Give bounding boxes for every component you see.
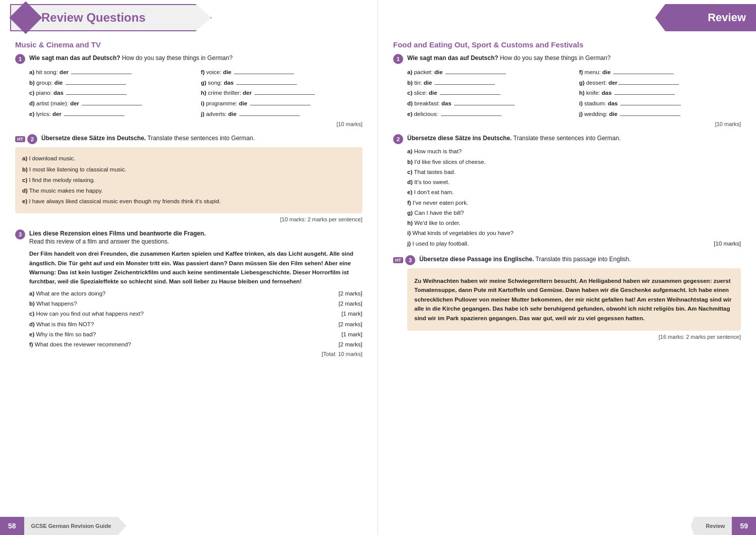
right-header-banner: Review bbox=[655, 4, 756, 31]
q1-item-j: j) adverts: die bbox=[201, 109, 363, 120]
footer-title-left: GCSE German Revision Guide bbox=[24, 517, 127, 535]
q2-number: 2 bbox=[27, 134, 37, 144]
q1-marks: [10 marks] bbox=[15, 121, 362, 127]
q3-item-b: b) What happens?[2 marks] bbox=[29, 300, 362, 308]
left-content: Music & Cinema and TV 1 Wie sagt man das… bbox=[0, 35, 377, 369]
rq3-marks: [16 marks: 2 marks per sentence] bbox=[393, 334, 741, 340]
rq2-item-f: f) I've never eaten pork. bbox=[407, 199, 741, 207]
rq2-item-a: a) How much is that? bbox=[407, 147, 741, 156]
footer-page-num-left: 58 bbox=[0, 517, 24, 535]
left-footer: 58 GCSE German Revision Guide bbox=[0, 517, 377, 535]
rq2-item-j: j) I used to play football.[10 marks] bbox=[407, 240, 741, 248]
q1-number: 1 bbox=[15, 54, 25, 64]
q3-number: 3 bbox=[15, 229, 25, 240]
footer-page-num-right: 59 bbox=[732, 517, 756, 535]
rq3-number: 3 bbox=[405, 255, 415, 265]
rq2-item-h: h) We'd like to order. bbox=[407, 219, 741, 227]
rq2-item-b: b) I'd like five slices of cheese. bbox=[407, 158, 741, 166]
q3-total-marks: [Total: 10 marks] bbox=[15, 351, 362, 357]
right-header-review: Review bbox=[708, 11, 746, 24]
rq1-right-col: f) menu: die g) dessert: der h) knife: d… bbox=[579, 67, 741, 119]
right-q3: HT 3 Übersetze diese Passage ins Englisc… bbox=[393, 255, 741, 340]
rq3-text: Übersetze diese Passage ins Englische. T… bbox=[419, 255, 631, 264]
rq1-item-h: h) knife: das bbox=[579, 88, 741, 98]
q1-item-h: h) crime thriller: der bbox=[201, 88, 363, 98]
page-container: Review Questions Music & Cinema and TV 1… bbox=[0, 0, 756, 535]
rq1-item-b: b) tin: die bbox=[407, 78, 569, 88]
q2-text: Übersetze diese Sätze ins Deutsche. Tran… bbox=[41, 134, 255, 143]
right-footer: Review 59 bbox=[378, 517, 756, 535]
q2-item-d: d) The music makes me happy. bbox=[22, 187, 355, 195]
rq2-item-c: c) That tastes bad. bbox=[407, 168, 741, 176]
right-section-header: Food and Eating Out, Sport & Customs and… bbox=[393, 40, 741, 49]
q2-highlight: a) I download music. b) I most like list… bbox=[15, 147, 362, 213]
right-content: Food and Eating Out, Sport & Customs and… bbox=[378, 35, 756, 352]
page-title: Review Questions bbox=[41, 11, 146, 25]
right-page: Review Food and Eating Out, Sport & Cust… bbox=[378, 0, 756, 535]
q1-item-e: e) lyrics: der bbox=[29, 109, 191, 120]
q2-item-c: c) I find the melody relaxing. bbox=[22, 176, 355, 185]
rq2-number: 2 bbox=[393, 134, 403, 144]
q3-item-d: d) What is this film NOT?[2 marks] bbox=[29, 320, 362, 329]
rq2-item-e: e) I don't eat ham. bbox=[407, 188, 741, 197]
q3-item-a: a) What are the actors doing?[2 marks] bbox=[29, 289, 362, 298]
rq3-german-para: Zu Weihnachten haben wir meine Schwieger… bbox=[414, 276, 734, 323]
left-q2: HT 2 Übersetze diese Sätze ins Deutsche.… bbox=[15, 134, 362, 222]
left-page: Review Questions Music & Cinema and TV 1… bbox=[0, 0, 378, 535]
rq1-item-e: e) delicious: bbox=[407, 109, 569, 120]
q3-german-para: Der Film handelt von drei Freunden, die … bbox=[29, 249, 362, 286]
q1-text: Wie sagt man das auf Deutsch? How do you… bbox=[29, 54, 232, 63]
q1-fill-table: a) hit song: der b) group: die c) piano:… bbox=[29, 67, 362, 119]
q1-item-c: c) piano: das bbox=[29, 88, 191, 98]
rq1-item-g: g) dessert: der bbox=[579, 78, 741, 88]
q2-ht-badge: HT bbox=[15, 136, 25, 142]
q1-item-a: a) hit song: der bbox=[29, 67, 191, 78]
q3-item-c: c) How can you find out what happens nex… bbox=[29, 310, 362, 318]
q1-left-col: a) hit song: der b) group: die c) piano:… bbox=[29, 67, 191, 119]
q3-text: Lies diese Rezension eines Films und bea… bbox=[29, 229, 206, 247]
left-header: Review Questions bbox=[0, 0, 377, 35]
left-section-header: Music & Cinema and TV bbox=[15, 40, 362, 49]
q1-item-i: i) programme: die bbox=[201, 98, 363, 109]
q2-item-a: a) I download music. bbox=[22, 154, 355, 163]
q3-german-para-wrapper: Der Film handelt von drei Freunden, die … bbox=[29, 249, 362, 286]
rq1-fill-table: a) packet: die b) tin: die c) slice: die… bbox=[407, 67, 741, 119]
q1-item-g: g) song: das bbox=[201, 78, 363, 88]
right-header: Review bbox=[378, 0, 756, 35]
rq2-item-d: d) It's too sweet. bbox=[407, 178, 741, 187]
rq1-text: Wie sagt man das auf Deutsch? How do you… bbox=[407, 54, 610, 63]
q3-item-e: e) Why is the film so bad?[1 mark] bbox=[29, 330, 362, 339]
rq2-item-i: i) What kinds of vegetables do you have? bbox=[407, 229, 741, 237]
rq2-item-g: g) Can I have the bill? bbox=[407, 209, 741, 217]
q1-item-f: f) voice: die bbox=[201, 67, 363, 78]
rq1-left-col: a) packet: die b) tin: die c) slice: die… bbox=[407, 67, 569, 119]
q2-item-e: e) I have always liked classical music e… bbox=[22, 197, 355, 206]
rq1-item-f: f) menu: die bbox=[579, 67, 741, 78]
q3-sub-items: a) What are the actors doing?[2 marks] b… bbox=[29, 289, 362, 349]
q2-item-b: b) I most like listening to classical mu… bbox=[22, 165, 355, 174]
rq1-item-c: c) slice: die bbox=[407, 88, 569, 98]
q1-item-b: b) group: die bbox=[29, 78, 191, 88]
rq3-highlight: Zu Weihnachten haben wir meine Schwieger… bbox=[407, 268, 741, 331]
right-q2: 2 Übersetze diese Sätze ins Deutsche. Tr… bbox=[393, 134, 741, 248]
right-q1: 1 Wie sagt man das auf Deutsch? How do y… bbox=[393, 54, 741, 127]
left-q1: 1 Wie sagt man das auf Deutsch? How do y… bbox=[15, 54, 362, 127]
rq2-sub-items: a) How much is that? b) I'd like five sl… bbox=[407, 147, 741, 248]
rq1-item-d: d) breakfast: das bbox=[407, 98, 569, 109]
rq1-item-a: a) packet: die bbox=[407, 67, 569, 78]
rq3-ht-badge: HT bbox=[393, 257, 403, 263]
q1-right-col: f) voice: die g) song: das h) crime thri… bbox=[201, 67, 363, 119]
rq1-item-j: j) wedding: die bbox=[579, 109, 741, 120]
rq1-marks: [10 marks] bbox=[393, 121, 741, 127]
rq1-item-i: i) stadium: das bbox=[579, 98, 741, 109]
footer-review-label: Review bbox=[691, 517, 732, 535]
q1-item-d: d) artist (male): der bbox=[29, 98, 191, 109]
rq2-text: Übersetze diese Sätze ins Deutsche. Tran… bbox=[407, 134, 621, 143]
rq1-number: 1 bbox=[393, 54, 403, 64]
q2-marks: [10 marks: 2 marks per sentence] bbox=[15, 216, 362, 222]
left-q3: 3 Lies diese Rezension eines Films und b… bbox=[15, 229, 362, 358]
q3-item-f: f) What does the reviewer recommend?[2 m… bbox=[29, 340, 362, 349]
